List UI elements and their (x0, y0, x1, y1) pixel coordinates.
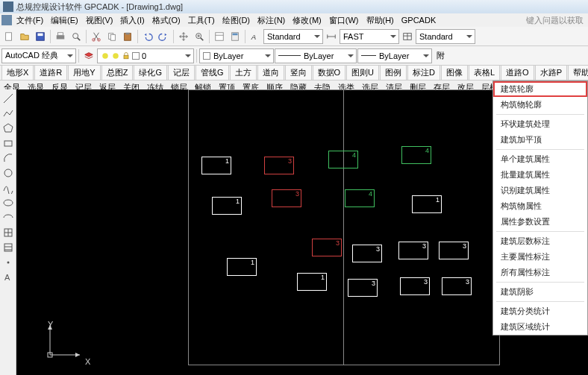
module-tab[interactable]: 总图Z (101, 66, 134, 80)
menubar[interactable]: 文件(F)编辑(E)视图(V)插入(I)格式(O)工具(T)绘图(D)标注(N)… (0, 13, 588, 27)
building-rect[interactable]: 3 (348, 279, 378, 297)
lineweight-combo[interactable]: ByLayer (357, 48, 432, 63)
ellipse-icon[interactable] (2, 197, 14, 209)
module-tab[interactable]: 用地Y (68, 66, 100, 80)
menu-item[interactable]: 编辑(E) (48, 14, 81, 27)
menu-item[interactable]: 建筑分类统计 (493, 303, 587, 319)
building-rect[interactable]: 3 (442, 277, 472, 295)
module-tab[interactable]: 数据O (313, 66, 346, 80)
module-tab[interactable]: 表格L (469, 66, 500, 80)
building-rect[interactable]: 1 (212, 197, 242, 215)
module-tab[interactable]: 帮助H (568, 66, 588, 80)
module-tab[interactable]: 道路O (501, 66, 534, 80)
menu-item[interactable]: 建筑加平顶 (493, 132, 587, 148)
rect-icon[interactable] (2, 137, 14, 149)
copy-icon[interactable] (104, 29, 119, 44)
menu-item[interactable]: 建筑区域统计 (493, 319, 587, 335)
menu-item[interactable]: 窗口(W) (326, 14, 362, 27)
linetype-combo[interactable]: ByLayer (275, 48, 357, 63)
module-tab[interactable]: 记层 (168, 66, 195, 80)
module-tab[interactable]: 绿化G (134, 66, 167, 80)
open-icon[interactable] (17, 29, 32, 44)
menu-item[interactable]: 单个建筑属性 (493, 151, 587, 167)
menu-item[interactable]: 标注(N) (254, 14, 288, 27)
building-rect[interactable]: 3 (400, 277, 430, 295)
building-rect[interactable]: 1 (412, 195, 442, 213)
module-tab[interactable]: 竖向 (285, 66, 312, 80)
menu-item[interactable]: 建筑轮廓 (493, 81, 587, 97)
insert-icon[interactable] (2, 227, 14, 239)
module-tab[interactable]: 地形X (1, 66, 34, 80)
module-tab[interactable]: 标注D (407, 66, 440, 80)
save-icon[interactable] (33, 29, 48, 44)
menu-item[interactable]: GPCADK (398, 15, 439, 25)
new-icon[interactable] (1, 29, 16, 44)
circle-icon[interactable] (2, 167, 14, 179)
building-rect[interactable]: 4 (345, 189, 375, 207)
menu-item[interactable]: 环状建筑处理 (493, 116, 587, 132)
building-rect[interactable]: 4 (328, 151, 358, 168)
building-rect[interactable]: 3 (398, 242, 428, 259)
menu-item[interactable]: 修改(M) (290, 14, 325, 27)
menu-item[interactable]: 绘图(D) (219, 14, 253, 27)
module-tab[interactable]: 图例 (380, 66, 407, 80)
paste-icon[interactable] (120, 29, 135, 44)
menu-item[interactable]: 所有属性标注 (493, 265, 587, 280)
preview-icon[interactable] (69, 29, 84, 44)
pan-icon[interactable] (176, 29, 191, 44)
menu-item[interactable]: 建筑阴影 (493, 284, 587, 300)
module-tab[interactable]: 土方 (230, 66, 257, 80)
menu-item[interactable]: 构筑物轮廓 (493, 97, 587, 113)
module-tab[interactable]: 图则U (346, 66, 379, 80)
menu-item[interactable]: 构筑物属性 (493, 198, 587, 214)
undo-icon[interactable] (140, 29, 155, 44)
point-icon[interactable] (2, 256, 14, 268)
props-icon[interactable] (212, 29, 227, 44)
menu-item[interactable]: 建筑层数标注 (493, 233, 587, 249)
building-rect[interactable]: 1 (227, 258, 257, 276)
menu-item[interactable]: 插入(I) (117, 14, 147, 27)
module-tab[interactable]: 管线G (196, 66, 229, 80)
menu-item[interactable]: 批量建筑属性 (493, 167, 587, 183)
menu-item[interactable]: 帮助(H) (363, 14, 397, 27)
building-rect[interactable]: 3 (312, 239, 342, 256)
building-rect[interactable]: 4 (401, 146, 431, 164)
zoom-icon[interactable] (192, 29, 207, 44)
menu-item[interactable]: 属性参数设置 (493, 214, 587, 230)
building-rect[interactable]: 3 (272, 189, 301, 207)
pline-icon[interactable] (2, 107, 14, 119)
color-combo[interactable]: ByLayer (199, 48, 274, 63)
layer-props-icon[interactable] (81, 48, 96, 63)
arc-icon[interactable] (2, 152, 14, 164)
cut-icon[interactable] (89, 29, 104, 44)
building-rect[interactable]: 3 (352, 245, 382, 262)
menu-item[interactable]: 格式(O) (149, 14, 184, 27)
table-style-icon[interactable] (400, 29, 415, 44)
text-style-icon[interactable]: A (248, 29, 263, 44)
layer-combo[interactable]: 0 (97, 48, 194, 63)
dim-style-combo[interactable]: FAST (340, 29, 399, 44)
hatch-icon[interactable] (2, 242, 14, 253)
menu-item[interactable]: 主要属性标注 (493, 249, 587, 265)
module-tab[interactable]: 道路R (34, 66, 67, 80)
dim-style-icon[interactable] (324, 29, 339, 44)
building-rect[interactable]: 1 (201, 157, 231, 174)
building-rect[interactable]: 1 (297, 273, 327, 291)
text-icon[interactable]: A (2, 271, 14, 283)
module-tab[interactable]: 水路P (535, 66, 567, 80)
menu-item[interactable]: 文件(F) (13, 14, 46, 27)
more-icon[interactable]: 附 (433, 48, 448, 63)
text-style-combo[interactable]: Standard (263, 29, 323, 44)
building-rect[interactable]: 3 (439, 242, 469, 259)
building-rect[interactable]: 3 (264, 157, 294, 174)
line-icon[interactable] (2, 92, 14, 104)
spline-icon[interactable] (2, 182, 14, 194)
polygon-icon[interactable] (2, 122, 14, 134)
menu-item[interactable]: 识别建筑属性 (493, 183, 587, 198)
calc-icon[interactable] (228, 29, 243, 44)
help-search[interactable]: 键入问题以获取 (523, 14, 587, 27)
module-tab[interactable]: 图像 (441, 66, 468, 80)
redo-icon[interactable] (156, 29, 171, 44)
menu-item[interactable]: 工具(T) (185, 14, 218, 27)
table-style-combo[interactable]: Standard (416, 29, 475, 44)
